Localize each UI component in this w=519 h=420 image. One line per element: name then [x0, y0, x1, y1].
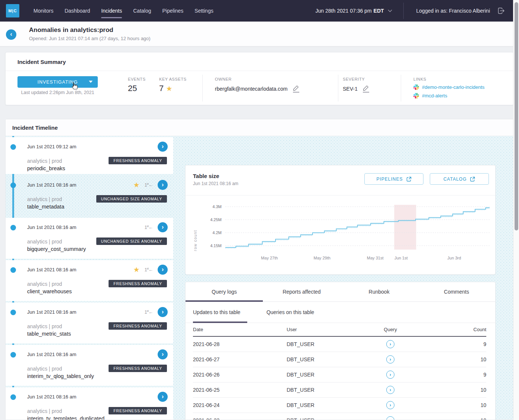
timeline-body: Jun 1st 2021 09:12 am›analytics | prodFR… [6, 136, 513, 420]
timeline-item-table_metric_stats[interactable]: Jun 1st 2021 08:16 am1st←›analytics | pr… [6, 303, 173, 343]
nav-item-dashboard[interactable]: Dashboard [65, 0, 90, 22]
col-header-count: Count [473, 327, 486, 332]
tab-reports-affected[interactable]: Reports affected [263, 282, 340, 301]
timeline-item-date: Jun 1st 2021 08:16 am [27, 182, 76, 188]
logout-icon[interactable] [497, 6, 506, 15]
subtab-updates-to-this-table[interactable]: Updates to this table [193, 302, 247, 323]
summary-divider [6, 71, 513, 71]
timeline-item-table-name: periodic_breaks [27, 165, 65, 171]
owner-column: OWNER rbergfalk@montecarlodata.com [215, 77, 299, 93]
cell-count: 10 [480, 402, 486, 408]
cell-count: 9 [483, 372, 486, 378]
table-row: 2021-06-28DBT_USER›9 [193, 337, 486, 352]
query-log-table: Date User Query Count 2021-06-28DBT_USER… [193, 323, 486, 420]
summary-vdivider [401, 75, 401, 101]
open-event-arrow-button[interactable]: › [158, 265, 168, 275]
view-query-button[interactable]: › [386, 340, 394, 348]
open-event-arrow-button[interactable]: › [158, 392, 168, 402]
page-scrollbar [513, 0, 519, 420]
open-event-arrow-button[interactable]: › [158, 307, 168, 317]
anomaly-type-badge: FRESHNESS ANOMALY [109, 157, 167, 164]
chart-title: Table size [193, 173, 219, 179]
cell-user: DBT_USER [287, 402, 361, 408]
timeline-item-table-name: interim_tv_qlog_tables_only [27, 373, 94, 379]
view-query-button[interactable]: › [386, 355, 394, 364]
svg-text:row count: row count [193, 230, 197, 251]
slack-channel-link[interactable]: #mcd-alerts [413, 93, 484, 98]
timeline-item-dataset: analytics | prod [27, 408, 62, 414]
first-degree-icon: 1st← [145, 182, 153, 188]
subtab-queries-on-this-table[interactable]: Queries on this table [267, 302, 321, 323]
timeline-dot-icon [10, 144, 16, 150]
timeline-item-icons: › [158, 392, 168, 402]
view-query-button[interactable]: › [386, 401, 394, 409]
open-event-arrow-button[interactable]: › [158, 142, 168, 152]
status-label: INVESTIGATING [38, 80, 78, 85]
nav-item-settings[interactable]: Settings [194, 0, 213, 22]
table-row: 2021-06-23DBT_USER›10 [193, 413, 486, 420]
table-row: 2021-06-25DBT_USER›10 [193, 382, 486, 398]
table-header-row: Date User Query Count [193, 323, 486, 337]
timeline-item-interim_tv_templates_duplicated[interactable]: Jun 1st 2021 08:16 am›analytics | prodFR… [6, 387, 173, 420]
catalog-button[interactable]: CATALOG [430, 173, 489, 185]
owner-value: rbergfalk@montecarlodata.com [215, 86, 288, 92]
tab-query-logs[interactable]: Query logs [186, 282, 263, 301]
datetime-selector[interactable]: Jun 28th 2021 07:36 pm EDT [316, 8, 392, 14]
table-row: 2021-06-26DBT_USER›9 [193, 367, 486, 382]
timeline-item-table_metadata[interactable]: Jun 1st 2021 08:16 am★1st←›analytics | p… [6, 175, 173, 216]
svg-text:4.25M: 4.25M [210, 217, 222, 222]
nav-right: Jun 28th 2021 07:36 pm EDT Logged in as:… [316, 3, 506, 19]
summary-vdivider [338, 75, 338, 101]
svg-text:Jun 3rd: Jun 3rd [447, 256, 461, 260]
timeline-item-bigquery_cost_summary[interactable]: Jun 1st 2021 08:16 am1st←›analytics | pr… [6, 218, 173, 259]
timeline-item-interim_tv_qlog_tables_only[interactable]: Jun 1st 2021 08:16 am›analytics | prodFR… [6, 345, 173, 386]
status-dropdown-button[interactable]: INVESTIGATING [17, 76, 98, 88]
nav-item-monitors[interactable]: Monitors [33, 0, 54, 22]
datetime-label: Jun 28th 2021 07:36 pm [316, 8, 372, 14]
timeline-item-dataset: analytics | prod [27, 158, 62, 164]
col-header-query: Query [384, 327, 397, 332]
pipelines-button-label: PIPELINES [376, 177, 403, 182]
edit-owner-icon[interactable] [293, 85, 299, 93]
cell-query: › [386, 340, 394, 348]
events-label: EVENTS [128, 77, 146, 81]
timeline-item-table-name: table_metadata [27, 204, 64, 210]
timeline-item-client_warehouses[interactable]: Jun 1st 2021 08:16 am★1st←›analytics | p… [6, 260, 173, 301]
open-event-arrow-button[interactable]: › [158, 222, 168, 232]
scrollbar-thumb[interactable] [515, 2, 518, 230]
view-query-button[interactable]: › [386, 371, 394, 379]
timeline-item-table-name: interim_tv_templates_duplicated [27, 416, 104, 420]
nav-item-incidents[interactable]: Incidents [101, 0, 122, 22]
svg-text:Jun 1st: Jun 1st [394, 256, 407, 260]
slack-channel-link[interactable]: #demo-monte-carlo-incidents [413, 84, 484, 90]
key-assets-column: KEY ASSETS 7 ★ [159, 77, 187, 93]
tab-comments[interactable]: Comments [418, 282, 495, 301]
table-row: 2021-06-24DBT_USER›10 [193, 398, 486, 413]
links-list: #demo-monte-carlo-incidents#mcd-alerts [413, 84, 484, 98]
nav-item-catalog[interactable]: Catalog [133, 0, 151, 22]
view-query-button[interactable]: › [386, 386, 394, 394]
cell-count: 9 [483, 341, 486, 347]
open-event-arrow-button[interactable]: › [158, 180, 168, 190]
cell-date: 2021-06-28 [193, 341, 287, 347]
back-button[interactable]: ‹ [6, 29, 16, 40]
first-degree-icon: 1st← [145, 267, 153, 272]
external-link-icon [406, 177, 412, 182]
catalog-button-label: CATALOG [444, 177, 467, 182]
view-query-button[interactable]: › [386, 416, 394, 420]
page-title: Anomalies in analytics:prod [29, 26, 113, 34]
tab-runbook[interactable]: Runbook [341, 282, 418, 301]
monte-carlo-logo[interactable]: M|C [6, 4, 19, 17]
sub-tabs: Updates to this tableQueries on this tab… [186, 302, 495, 323]
anomaly-type-badge: FRESHNESS ANOMALY [109, 280, 167, 287]
severity-value: SEV-1 [343, 86, 358, 92]
star-icon: ★ [133, 265, 139, 274]
nav-item-pipelines[interactable]: Pipelines [162, 0, 184, 22]
pipelines-button[interactable]: PIPELINES [364, 173, 423, 185]
events-value: 25 [128, 84, 146, 93]
anomaly-type-badge: FRESHNESS ANOMALY [109, 365, 167, 372]
open-event-arrow-button[interactable]: › [158, 349, 168, 359]
chevron-down-icon [388, 9, 392, 12]
edit-severity-icon[interactable] [363, 85, 369, 93]
timeline-item-periodic_breaks[interactable]: Jun 1st 2021 09:12 am›analytics | prodFR… [6, 137, 173, 174]
